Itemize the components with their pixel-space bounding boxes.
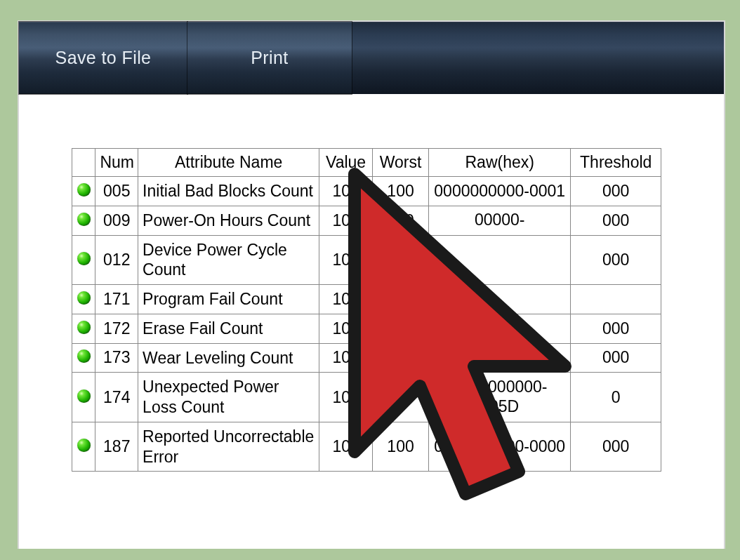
col-header-raw: Raw(hex): [429, 149, 571, 177]
num-cell: 171: [95, 285, 138, 314]
col-header-num: Num: [95, 149, 138, 177]
threshold-cell: 000: [571, 177, 661, 206]
raw-cell: 0000000000-005D: [429, 373, 571, 422]
smart-attributes-table: Num Attribute Name Value Worst Raw(hex) …: [72, 148, 661, 472]
num-cell: 009: [95, 206, 138, 235]
table-row: 171Program Fail Count100100: [72, 285, 661, 314]
table-row: 005Initial Bad Blocks Count1001000000000…: [72, 177, 661, 206]
status-cell: [72, 422, 95, 472]
name-cell: Program Fail Count: [138, 285, 319, 314]
num-cell: 005: [95, 177, 138, 206]
toolbar: Save to File Print: [19, 22, 724, 94]
raw-cell: [429, 285, 571, 314]
table-row: 012Device Power Cycle Count100100000: [72, 235, 661, 285]
threshold-cell: 0: [571, 373, 661, 422]
raw-cell: 0000000000-0000: [429, 422, 571, 472]
print-button[interactable]: Print: [187, 22, 352, 94]
status-ok-icon: [77, 183, 91, 196]
num-cell: 012: [95, 235, 138, 285]
col-header-worst: Worst: [373, 149, 429, 177]
name-cell: Device Power Cycle Count: [138, 235, 319, 285]
col-header-threshold: Threshold: [571, 149, 661, 177]
col-header-value: Value: [319, 149, 373, 177]
table-header-row: Num Attribute Name Value Worst Raw(hex) …: [72, 149, 661, 177]
worst-cell: 100: [373, 373, 429, 422]
worst-cell: 100: [373, 177, 429, 206]
status-ok-icon: [77, 349, 91, 363]
value-cell: 100: [319, 206, 373, 235]
status-cell: [72, 206, 95, 235]
num-cell: 173: [95, 343, 138, 373]
name-cell: Erase Fail Count: [138, 314, 319, 343]
num-cell: 174: [95, 373, 138, 422]
worst-cell: 100: [373, 343, 429, 373]
table-row: 172Erase Fail Count100100000: [72, 314, 661, 343]
worst-cell: 100: [373, 314, 429, 343]
status-cell: [72, 235, 95, 285]
worst-cell: 100: [373, 235, 429, 285]
status-cell: [72, 177, 95, 206]
raw-cell: 00000-: [429, 206, 571, 235]
table-row: 173Wear Leveling Count1001000000 0099000: [72, 343, 661, 373]
threshold-cell: [571, 285, 661, 314]
threshold-cell: 000: [571, 314, 661, 343]
raw-cell: [429, 235, 571, 285]
save-to-file-button[interactable]: Save to File: [19, 22, 187, 94]
raw-cell: 0000000000-0001: [429, 177, 571, 206]
status-ok-icon: [77, 291, 91, 305]
status-ok-icon: [77, 321, 91, 334]
raw-cell: 0000 0099: [429, 343, 571, 373]
value-cell: 100: [319, 285, 373, 314]
worst-cell: 100: [373, 422, 429, 472]
status-ok-icon: [77, 252, 91, 265]
threshold-cell: 000: [571, 206, 661, 235]
threshold-cell: 000: [571, 422, 661, 472]
num-cell: 172: [95, 314, 138, 343]
app-window: Save to File Print Num Attribute Name Va…: [18, 20, 725, 549]
name-cell: Unexpected Power Loss Count: [138, 373, 319, 422]
value-cell: 100: [319, 422, 373, 472]
col-header-name: Attribute Name: [138, 149, 319, 177]
table-row: 009Power-On Hours Count10010000000-000: [72, 206, 661, 235]
content-area: Num Attribute Name Value Worst Raw(hex) …: [72, 148, 661, 472]
status-cell: [72, 285, 95, 314]
value-cell: 100: [319, 314, 373, 343]
num-cell: 187: [95, 422, 138, 472]
toolbar-spacer: [352, 22, 724, 94]
status-cell: [72, 314, 95, 343]
save-to-file-label: Save to File: [55, 48, 152, 68]
name-cell: Reported Uncorrectable Error: [138, 422, 319, 472]
name-cell: Initial Bad Blocks Count: [138, 177, 319, 206]
worst-cell: 100: [373, 285, 429, 314]
status-ok-icon: [77, 389, 91, 403]
value-cell: 100: [319, 177, 373, 206]
status-cell: [72, 373, 95, 422]
name-cell: Wear Leveling Count: [138, 343, 319, 373]
status-cell: [72, 343, 95, 373]
status-ok-icon: [77, 439, 91, 452]
value-cell: 100: [319, 343, 373, 373]
threshold-cell: 000: [571, 343, 661, 373]
worst-cell: 100: [373, 206, 429, 235]
table-row: 174Unexpected Power Loss Count1001000000…: [72, 373, 661, 422]
name-cell: Power-On Hours Count: [138, 206, 319, 235]
print-label: Print: [251, 48, 288, 68]
value-cell: 100: [319, 373, 373, 422]
threshold-cell: 000: [571, 235, 661, 285]
value-cell: 100: [319, 235, 373, 285]
raw-cell: [429, 314, 571, 343]
status-ok-icon: [77, 213, 91, 226]
table-row: 187Reported Uncorrectable Error100100000…: [72, 422, 661, 472]
col-header-status: [72, 149, 95, 177]
